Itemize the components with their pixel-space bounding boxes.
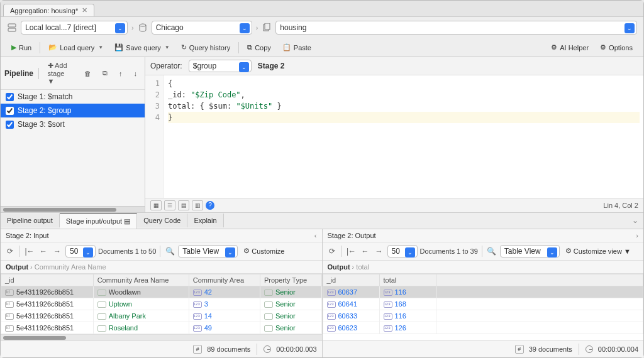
horizontal-scrollbar[interactable] — [1, 334, 322, 340]
stage-item[interactable]: Stage 3: $sort — [1, 117, 145, 131]
move-down-button[interactable]: ↓ — [130, 68, 142, 79]
document-tab[interactable]: Aggregation: housing* ✕ — [3, 4, 94, 16]
connection-icon — [7, 23, 17, 33]
stage-checkbox[interactable] — [6, 121, 14, 129]
stage-checkbox[interactable] — [6, 93, 14, 101]
input-panel-title: Stage 2: Input — [6, 232, 49, 239]
options-button[interactable]: ⚙Options — [596, 41, 637, 54]
clock-icon — [586, 345, 593, 353]
chevron-right-icon[interactable]: › — [636, 232, 638, 239]
add-stage-button[interactable]: ✚ Add stage ▼ — [44, 60, 77, 87]
table-row[interactable]: 5e4311926c8b851 Albany Park 14 Senior — [1, 310, 322, 322]
output-panel: Stage 2: Output › ⟳ |← ← → 50⌄ Documents… — [323, 229, 644, 357]
stage-checkbox[interactable] — [6, 107, 14, 115]
view-dropdown[interactable]: Table View⌄ — [178, 245, 238, 258]
collection-dropdown[interactable]: housing ⌄ — [275, 21, 637, 35]
stage-label: Stage 1: $match — [18, 92, 72, 101]
delete-stage-button[interactable]: 🗑 — [80, 68, 95, 79]
help-icon[interactable]: ? — [206, 201, 214, 210]
stage-item[interactable]: Stage 2: $group — [1, 104, 145, 117]
breadcrumb-separator: › — [256, 24, 258, 31]
load-query-button[interactable]: 📂Load query▼ — [44, 41, 108, 54]
tab-stage-input-output[interactable]: Stage input/output ▤ — [60, 213, 137, 229]
table-row[interactable]: 60633 116 — [323, 310, 643, 322]
table-row[interactable]: 5e4311926c8b851 Woodlawn 42 Senior — [1, 286, 322, 298]
customize-button[interactable]: ⚙Customize — [240, 245, 287, 257]
chevron-down-icon: ⌄ — [625, 23, 635, 33]
connection-dropdown[interactable]: Local local...7 [direct] ⌄ — [21, 21, 128, 35]
prev-page-icon[interactable]: ← — [360, 246, 371, 257]
svg-rect-1 — [8, 28, 16, 31]
save-query-button[interactable]: 💾Save query▼ — [110, 41, 174, 54]
page-size-dropdown[interactable]: 50⌄ — [387, 245, 418, 258]
output-breadcrumb: Output › Community Area Name — [1, 261, 322, 274]
doc-count: 39 documents — [529, 345, 572, 353]
customize-view-button[interactable]: ⚙Customize view ▼ — [562, 245, 634, 257]
chevron-down-icon: ⌄ — [547, 247, 557, 258]
prev-page-icon[interactable]: ← — [38, 246, 49, 257]
duplicate-stage-button[interactable]: ⧉ — [99, 67, 111, 79]
move-up-button[interactable]: ↑ — [115, 68, 126, 79]
close-icon[interactable]: ✕ — [82, 6, 87, 14]
collection-value: housing — [280, 23, 306, 32]
page-size-dropdown[interactable]: 50⌄ — [65, 245, 96, 258]
folder-icon: 📂 — [48, 43, 57, 52]
table-row[interactable]: 60637 116 — [323, 286, 643, 298]
next-page-icon[interactable]: → — [52, 246, 63, 257]
chevron-down-icon: ⌄ — [115, 23, 125, 33]
output-grid[interactable]: _id total 60637 116 60641 168 60633 116 … — [323, 274, 644, 340]
refresh-icon[interactable]: ⟳ — [4, 246, 16, 257]
view-mode-icon[interactable]: ▤ — [178, 200, 189, 210]
first-page-icon[interactable]: |← — [346, 246, 357, 257]
code-editor[interactable]: 1 2 3 4 { _id: "$Zip Code", total: { $su… — [145, 75, 643, 198]
ai-helper-button[interactable]: ⚙AI Helper — [547, 41, 593, 54]
chevron-left-icon[interactable]: ‹ — [314, 232, 317, 239]
chevron-down-icon: ⌄ — [225, 247, 235, 258]
elapsed-time: 00:00:00.004 — [598, 345, 638, 353]
breadcrumb-separator: › — [131, 24, 134, 31]
stage-label: Stage 2: $group — [18, 106, 71, 115]
cursor-position: Lin 4, Col 2 — [603, 202, 638, 209]
svg-point-2 — [140, 24, 146, 26]
chevron-down-icon: ⌄ — [240, 23, 250, 33]
find-icon[interactable]: 🔍 — [164, 246, 175, 257]
save-icon: 💾 — [114, 43, 123, 52]
horizontal-scrollbar[interactable] — [1, 206, 145, 212]
split-icon: ▤ — [124, 217, 130, 225]
tab-pipeline-output[interactable]: Pipeline output — [1, 214, 60, 227]
table-row[interactable]: 5e4311926c8b851 Uptown 3 Senior — [1, 298, 322, 310]
table-row[interactable]: 60623 126 — [323, 322, 643, 334]
bottom-tabs: Pipeline output Stage input/output ▤ Que… — [1, 213, 643, 229]
view-dropdown[interactable]: Table View⌄ — [500, 245, 560, 258]
clock-icon — [264, 345, 271, 353]
chevron-down-icon[interactable]: ⌄ — [632, 216, 638, 225]
paste-icon: 📋 — [282, 43, 291, 52]
input-grid[interactable]: _id Community Area Name Community Area P… — [1, 274, 322, 334]
paste-button[interactable]: 📋Paste — [278, 41, 316, 54]
breadcrumb: Local local...7 [direct] ⌄ › Chicago ⌄ ›… — [1, 17, 643, 38]
history-icon: ↻ — [181, 43, 187, 52]
first-page-icon[interactable]: |← — [24, 246, 35, 257]
stage-item[interactable]: Stage 1: $match — [1, 90, 145, 104]
copy-button[interactable]: ⧉Copy — [243, 41, 275, 54]
table-row[interactable]: 5e4311926c8b851 Roseland 49 Senior — [1, 322, 322, 334]
svg-rect-4 — [265, 23, 270, 30]
database-dropdown[interactable]: Chicago ⌄ — [152, 21, 252, 35]
table-row[interactable]: 60641 168 — [323, 298, 643, 310]
next-page-icon[interactable]: → — [374, 246, 385, 257]
tab-explain[interactable]: Explain — [187, 214, 223, 227]
refresh-icon[interactable]: ⟳ — [326, 246, 338, 257]
database-value: Chicago — [156, 23, 184, 32]
tab-strip: Aggregation: housing* ✕ — [1, 1, 643, 17]
tab-query-code[interactable]: Query Code — [137, 214, 187, 227]
query-history-button[interactable]: ↻Query history — [177, 41, 235, 54]
view-mode-icon[interactable]: ▦ — [150, 200, 162, 210]
gear-icon: ⚙ — [565, 247, 572, 255]
play-icon: ▶ — [11, 43, 16, 52]
find-icon[interactable]: 🔍 — [486, 246, 497, 257]
view-mode-icon[interactable]: ☰ — [164, 200, 175, 210]
run-button[interactable]: ▶Run — [7, 41, 36, 54]
operator-dropdown[interactable]: $group ⌄ — [189, 60, 252, 72]
range-label: Documents 1 to 39 — [420, 247, 478, 255]
view-mode-icon[interactable]: ▥ — [192, 200, 203, 210]
